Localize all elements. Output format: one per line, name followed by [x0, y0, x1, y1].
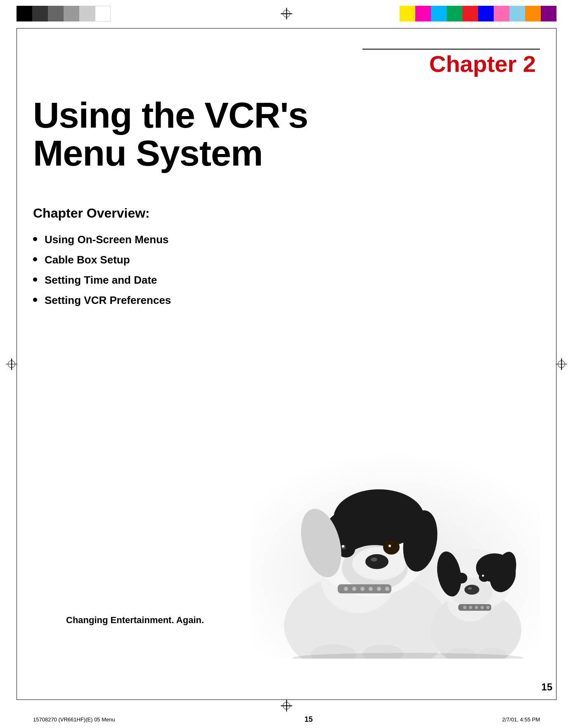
- svg-point-14: [388, 545, 391, 547]
- svg-point-45: [486, 606, 490, 609]
- list-item: Setting Time and Date: [33, 274, 540, 287]
- page-number: 15: [541, 681, 552, 693]
- crosshair-top-center: [281, 8, 292, 19]
- swatch-orange: [525, 6, 541, 21]
- svg-point-32: [464, 585, 479, 595]
- svg-point-44: [481, 606, 484, 609]
- color-strip-left: [17, 6, 111, 21]
- bullet-dot: [33, 257, 37, 261]
- svg-point-13: [383, 540, 400, 555]
- svg-point-42: [469, 606, 472, 609]
- list-item-label: Setting VCR Preferences: [45, 294, 171, 307]
- crosshair-right-center: [556, 358, 567, 370]
- svg-point-19: [352, 587, 356, 591]
- bullet-dot: [33, 277, 37, 282]
- svg-point-12: [342, 545, 344, 548]
- swatch-red: [462, 6, 478, 21]
- swatch-magenta: [415, 6, 431, 21]
- list-item-label: Setting Time and Date: [45, 274, 157, 287]
- content-area: Chapter 2 Using the VCR's Menu System Ch…: [33, 28, 540, 700]
- color-strip-right: [400, 6, 556, 21]
- list-item: Using On-Screen Menus: [33, 233, 540, 246]
- overview-title: Chapter Overview:: [33, 206, 540, 221]
- svg-point-23: [385, 587, 389, 591]
- swatch-light-gray: [64, 6, 79, 21]
- swatch-x-light-gray: [79, 6, 95, 21]
- crosshair-bottom-center: [281, 700, 292, 711]
- main-title-line2: Menu System: [33, 133, 263, 173]
- svg-point-9: [371, 557, 377, 562]
- main-title-container: Using the VCR's Menu System: [33, 96, 540, 173]
- svg-point-20: [360, 587, 365, 591]
- svg-point-43: [475, 606, 478, 609]
- svg-point-37: [482, 575, 484, 577]
- swatch-cyan: [431, 6, 447, 21]
- list-item: Setting VCR Preferences: [33, 294, 540, 307]
- svg-point-41: [463, 606, 466, 609]
- main-title-line1: Using the VCR's: [33, 95, 308, 135]
- svg-point-36: [479, 572, 490, 582]
- svg-point-22: [377, 587, 381, 591]
- swatch-medium-gray: [48, 6, 64, 21]
- swatch-black: [17, 6, 32, 21]
- list-item-label: Cable Box Setup: [45, 254, 130, 266]
- dogs-illustration: [251, 452, 540, 659]
- bullet-dot: [33, 298, 37, 302]
- chapter-heading: Chapter 2: [362, 51, 540, 77]
- footer-center-page: 15: [304, 715, 313, 724]
- main-title: Using the VCR's Menu System: [33, 96, 540, 173]
- svg-point-33: [468, 587, 472, 590]
- overview-section: Chapter Overview: Using On-Screen Menus …: [33, 206, 540, 314]
- swatch-green: [447, 6, 462, 21]
- bottom-image-area: Changing Entertainment. Again.: [33, 444, 540, 659]
- footer-right-text: 2/7/01, 4:55 PM: [502, 716, 540, 723]
- swatch-light-blue: [509, 6, 525, 21]
- swatch-yellow: [400, 6, 415, 21]
- bullet-dot: [33, 237, 37, 241]
- swatch-dark-gray: [32, 6, 48, 21]
- footer-left-text: 15708270 (VR661HF)(E) 05 Menu: [33, 716, 115, 723]
- caption-text: Changing Entertainment. Again.: [66, 615, 204, 626]
- crosshair-left-center: [6, 358, 17, 370]
- dogs-svg: [251, 452, 540, 659]
- svg-point-18: [344, 587, 348, 591]
- swatch-purple: [541, 6, 556, 21]
- svg-point-8: [365, 554, 388, 569]
- swatch-blue: [478, 6, 494, 21]
- list-item: Cable Box Setup: [33, 254, 540, 266]
- chapter-heading-line: [362, 49, 540, 50]
- list-item-label: Using On-Screen Menus: [45, 233, 169, 246]
- svg-point-21: [369, 587, 373, 591]
- page: Chapter 2 Using the VCR's Menu System Ch…: [0, 0, 573, 728]
- swatch-pink: [494, 6, 509, 21]
- footer: 15708270 (VR661HF)(E) 05 Menu 15 2/7/01,…: [33, 715, 540, 724]
- overview-list: Using On-Screen Menus Cable Box Setup Se…: [33, 233, 540, 307]
- chapter-heading-container: Chapter 2: [362, 49, 540, 77]
- swatch-white: [95, 6, 111, 21]
